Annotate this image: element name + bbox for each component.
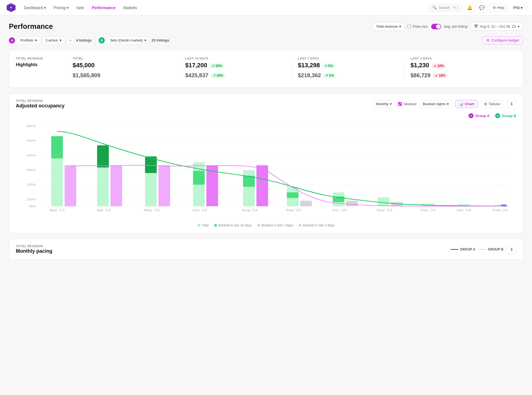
legend-14d: Booked in last 14 days: [214, 223, 252, 227]
svg-text:Oct '23: Oct '23: [332, 208, 347, 212]
user-menu[interactable]: Phil ▾: [510, 4, 525, 11]
chevron-down-icon: ▾: [390, 102, 392, 106]
nav-performance[interactable]: Performance: [89, 4, 118, 12]
chart-title-group: TOTAL REVENUE Adjusted occupancy: [16, 99, 372, 109]
chevron-down-icon: ▾: [521, 6, 523, 10]
help-icon: ⚙: [493, 6, 496, 10]
group-b-circle: B: [495, 113, 500, 118]
messages-button[interactable]: 💬: [477, 3, 487, 13]
svg-text:Apr '23: Apr '23: [97, 208, 111, 212]
bar: [346, 201, 358, 206]
search-button[interactable]: 🔍 Search ⌘ K: [429, 4, 462, 11]
bar: [97, 145, 109, 167]
svg-text:60%: 60%: [27, 124, 36, 128]
page-title: Performance: [9, 22, 368, 31]
chart-legend-top: A Group A B Group B: [16, 113, 516, 118]
bar: [111, 165, 122, 206]
chart-header: TOTAL REVENUE Adjusted occupancy Monthly…: [16, 99, 516, 109]
period-dropdown[interactable]: Monthly ▾: [372, 100, 395, 108]
filter-divider: [95, 37, 95, 44]
nights-dropdown[interactable]: Booked nights ▾: [419, 100, 452, 108]
svg-text:Feb '24: Feb '24: [493, 208, 508, 212]
group-a-badge: A: [9, 37, 15, 43]
svg-text:Mar '23: Mar '23: [50, 208, 65, 212]
help-button[interactable]: ⚙ Help: [489, 4, 508, 11]
svg-text:Sep '23: Sep '23: [286, 208, 301, 212]
group-b-legend: GROUP B: [479, 247, 503, 251]
bar: [193, 171, 205, 185]
chevron-down-icon: ▾: [399, 24, 401, 29]
metric-dropdown[interactable]: Total revenue ▾: [372, 22, 405, 31]
date-range-picker[interactable]: 📅 Aug 6, 22 – Oct 28, 23 ▾: [470, 22, 523, 31]
page-header: Performance Total revenue ▾ Fees incl. A…: [9, 22, 523, 31]
nav-markets[interactable]: Markets: [121, 4, 140, 12]
group-b-badge: B: [99, 37, 105, 43]
nav-sets[interactable]: Sets: [73, 4, 87, 12]
chart-view-button[interactable]: 📊 Chart: [455, 100, 478, 108]
highlights-label-col: TOTAL REVENUE Highlights: [16, 57, 66, 81]
bar: [51, 136, 63, 158]
portfolio-dropdown[interactable]: Portfolio ▾: [17, 37, 40, 44]
bar: [256, 165, 268, 206]
monthly-pacing-card: TOTAL REVENUE Monthly pacing GROUP A GRO…: [9, 239, 523, 260]
bar: [65, 165, 76, 206]
active-filter[interactable]: 3 active ▾: [42, 37, 65, 44]
svg-text:Jan '24: Jan '24: [456, 208, 471, 212]
legend-total: Total: [198, 223, 209, 227]
chevron-down-icon: ▾: [447, 102, 449, 106]
highlights-total-col: TOTAL $45,000 $1,565,809: [66, 57, 178, 81]
chevron-down-icon: ▾: [60, 38, 62, 42]
svg-text:40%: 40%: [27, 154, 36, 157]
chevron-down-icon: ▾: [144, 38, 146, 42]
add-filter-button[interactable]: +: [67, 37, 74, 44]
notifications-button[interactable]: 🔔: [465, 3, 475, 13]
group-a-circle: A: [469, 113, 474, 118]
svg-text:10%: 10%: [27, 198, 36, 201]
table-icon: ⊞: [484, 102, 487, 106]
bar: [287, 192, 298, 198]
chart-svg: 60% 50% 40% 30% 20% 10% 0%: [16, 120, 516, 215]
configure-budget-button[interactable]: ⚙ Configure budget: [482, 36, 523, 44]
bar: [243, 176, 255, 187]
chart-icon: 📊: [459, 102, 463, 106]
group-a-filter: A Portfolio ▾ 3 active ▾ + 4 listings: [9, 37, 92, 44]
pacing-download-button[interactable]: ⬇: [507, 245, 516, 254]
svg-text:Aug '23: Aug '23: [242, 208, 258, 212]
legend-group-a: A Group A: [469, 113, 490, 118]
filter-bar: A Portfolio ▾ 3 active ▾ + 4 listings B …: [9, 36, 523, 44]
calendar-icon: 📅: [474, 24, 478, 29]
bar: [378, 197, 389, 206]
svg-text:0%: 0%: [29, 205, 36, 208]
chevron-down-icon: ▾: [518, 24, 520, 29]
sets-dropdown[interactable]: Sets (Destin market) ▾: [107, 37, 149, 44]
chart-controls: Monthly ▾ Stacked Booked nights ▾ 📊 Char…: [372, 99, 516, 109]
avg-per-listing-toggle[interactable]: [431, 24, 441, 29]
nav-pricing[interactable]: Pricing ▾: [51, 4, 71, 12]
svg-text:May '23: May '23: [144, 208, 160, 212]
app-logo[interactable]: [7, 3, 16, 12]
legend-group-b: B Group B: [495, 113, 516, 118]
nav-dashboard[interactable]: Dashboard ▾: [21, 4, 49, 12]
svg-text:30%: 30%: [27, 168, 36, 172]
search-shortcut: ⌘ K: [453, 6, 459, 9]
page-content: Performance Total revenue ▾ Fees incl. A…: [0, 16, 532, 267]
stacked-checkbox[interactable]: Stacked: [398, 102, 416, 106]
highlights-card: TOTAL REVENUE Highlights TOTAL $45,000 $…: [9, 50, 523, 88]
svg-text:50%: 50%: [27, 139, 36, 143]
chart-area: 60% 50% 40% 30% 20% 10% 0%: [16, 120, 516, 220]
svg-text:Nov '23: Nov '23: [377, 208, 392, 212]
svg-text:Jun '23: Jun '23: [192, 208, 207, 212]
tabular-view-button[interactable]: ⊞ Tabular: [480, 100, 504, 108]
chart-card: TOTAL REVENUE Adjusted occupancy Monthly…: [9, 93, 523, 233]
legend-3d: Booked in last 3 days: [299, 223, 334, 227]
bar: [158, 165, 170, 206]
search-icon: 🔍: [433, 6, 437, 10]
svg-text:Dec '23: Dec '23: [421, 208, 436, 212]
highlights-14d-col: LAST 14 DAYS $17,200 ↗ 39% $425,837 ↗ 39…: [178, 57, 291, 81]
highlights-3d-col: LAST 3 DAYS $1,230 ↙ 18% $86,729 ↙ 18%: [404, 57, 516, 81]
fees-checkbox[interactable]: Fees incl.: [408, 24, 428, 29]
gear-icon: ⚙: [486, 38, 490, 42]
chart-bottom-legend: Total Booked in last 14 days Booked in l…: [16, 223, 516, 227]
svg-text:20%: 20%: [27, 183, 36, 187]
download-button[interactable]: ⬇: [507, 99, 516, 109]
